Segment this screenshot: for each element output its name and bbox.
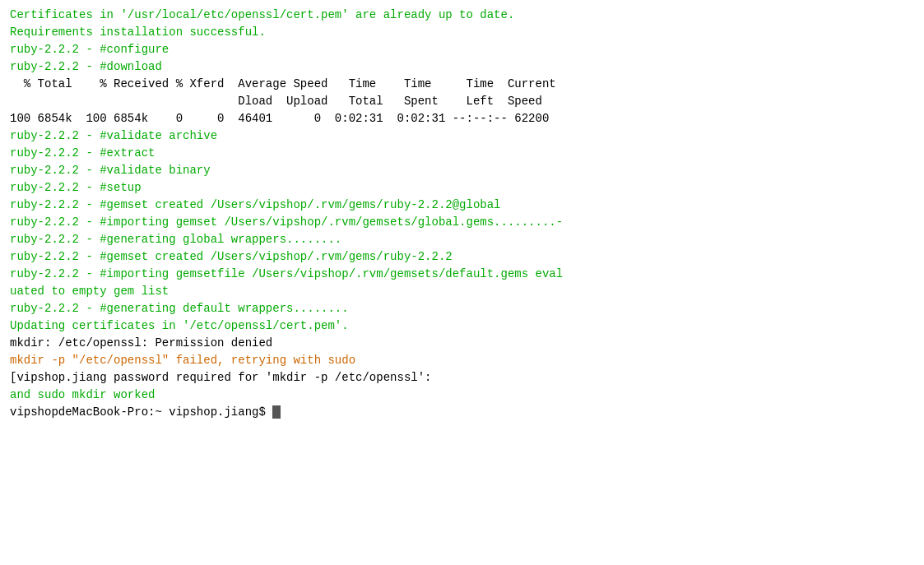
terminal-line-23: vipshopdeMacBook-Pro:~ vipshop.jiang$ xyxy=(10,404,914,421)
terminal-line-0: Certificates in '/usr/local/etc/openssl/… xyxy=(10,7,914,24)
terminal-cursor xyxy=(272,405,281,419)
terminal-line-19: mkdir: /etc/openssl: Permission denied xyxy=(10,335,914,352)
terminal-line-20: mkdir -p "/etc/openssl" failed, retrying… xyxy=(10,352,914,369)
terminal-line-14: ruby-2.2.2 - #gemset created /Users/vips… xyxy=(10,248,914,266)
terminal-line-16: uated to empty gem list xyxy=(10,283,914,300)
terminal-line-4: % Total % Received % Xferd Average Speed… xyxy=(10,76,914,93)
terminal-line-11: ruby-2.2.2 - #gemset created /Users/vips… xyxy=(10,197,914,214)
terminal-output: Certificates in '/usr/local/etc/openssl/… xyxy=(10,7,914,421)
terminal-window: Certificates in '/usr/local/etc/openssl/… xyxy=(0,0,924,565)
terminal-line-12: ruby-2.2.2 - #importing gemset /Users/vi… xyxy=(10,214,914,231)
terminal-line-10: ruby-2.2.2 - #setup xyxy=(10,179,914,197)
terminal-line-2: ruby-2.2.2 - #configure xyxy=(10,41,914,58)
terminal-line-1: Requirements installation successful. xyxy=(10,24,914,41)
terminal-line-9: ruby-2.2.2 - #validate binary xyxy=(10,162,914,179)
terminal-line-13: ruby-2.2.2 - #generating global wrappers… xyxy=(10,231,914,248)
terminal-line-15: ruby-2.2.2 - #importing gemsetfile /User… xyxy=(10,266,914,283)
terminal-line-17: ruby-2.2.2 - #generating default wrapper… xyxy=(10,300,914,317)
terminal-line-6: 100 6854k 100 6854k 0 0 46401 0 0:02:31 … xyxy=(10,110,914,127)
terminal-line-18: Updating certificates in '/etc/openssl/c… xyxy=(10,317,914,335)
terminal-line-8: ruby-2.2.2 - #extract xyxy=(10,145,914,162)
terminal-line-21: [vipshop.jiang password required for 'mk… xyxy=(10,369,914,387)
terminal-line-7: ruby-2.2.2 - #validate archive xyxy=(10,127,914,145)
terminal-line-3: ruby-2.2.2 - #download xyxy=(10,58,914,76)
terminal-line-22: and sudo mkdir worked xyxy=(10,387,914,404)
terminal-line-5: Dload Upload Total Spent Left Speed xyxy=(10,93,914,110)
